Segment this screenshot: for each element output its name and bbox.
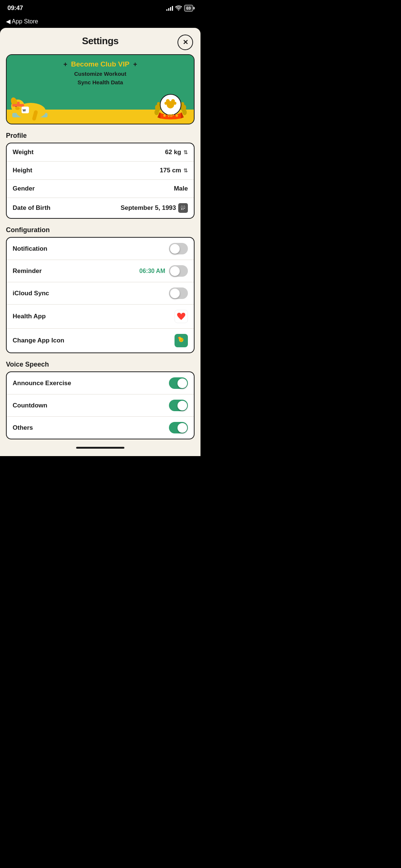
main-content: Settings ✕ + Become Club VIP + Customize… — [0, 28, 200, 456]
gender-row[interactable]: Gender Male — [7, 180, 194, 198]
reminder-toggle[interactable] — [169, 265, 188, 277]
reminder-row[interactable]: Reminder 06:30 AM — [7, 260, 194, 282]
dob-label: Date of Birth — [13, 204, 50, 212]
icloud-toggle[interactable] — [169, 287, 188, 299]
svg-rect-31 — [181, 208, 182, 209]
svg-text:W: W — [23, 108, 26, 112]
others-toggle[interactable] — [169, 422, 188, 433]
vip-sub1: Customize Workout — [13, 70, 188, 78]
reminder-time: 06:30 AM — [139, 268, 165, 274]
home-indicator — [76, 447, 124, 449]
battery-icon: 69 — [184, 5, 193, 12]
announce-exercise-row[interactable]: Announce Exercise — [7, 372, 194, 394]
gender-value: Male — [174, 185, 188, 192]
back-nav[interactable]: ◀ App Store — [0, 16, 200, 28]
weight-label: Weight — [13, 149, 33, 156]
voice-speech-section-label: Voice Speech — [0, 361, 200, 368]
countdown-toggle[interactable] — [169, 400, 188, 411]
others-row[interactable]: Others — [7, 417, 194, 439]
vip-sub2: Sync Health Data — [13, 78, 188, 87]
weight-row[interactable]: Weight 62 kg ⇅ — [7, 143, 194, 162]
svg-rect-35 — [183, 209, 183, 210]
vip-banner[interactable]: + Become Club VIP + Customize Workout Sy… — [6, 54, 195, 124]
signal-bars-icon — [166, 6, 173, 11]
svg-rect-33 — [184, 208, 185, 209]
svg-rect-32 — [183, 208, 183, 209]
vip-plus-left: + — [63, 61, 68, 68]
close-button[interactable]: ✕ — [177, 35, 193, 50]
dob-value: September 5, 1993 — [121, 203, 188, 213]
vip-title: Become Club VIP — [71, 60, 129, 68]
back-label[interactable]: ◀ App Store — [6, 18, 38, 25]
change-app-icon-row[interactable]: Change App Icon — [7, 329, 194, 352]
vip-plus-right: + — [133, 61, 137, 68]
gender-label: Gender — [13, 185, 35, 192]
status-time: 09:47 — [7, 4, 23, 12]
svg-text:★ VIP ★: ★ VIP ★ — [163, 113, 179, 118]
svg-rect-30 — [184, 205, 185, 207]
others-label: Others — [13, 424, 33, 432]
countdown-row[interactable]: Countdown — [7, 394, 194, 417]
svg-point-6 — [15, 107, 20, 110]
health-app-icon — [175, 310, 188, 323]
notification-toggle[interactable] — [169, 243, 188, 254]
countdown-label: Countdown — [13, 402, 47, 409]
change-app-icon-label: Change App Icon — [13, 337, 64, 344]
configuration-card-group: Notification Reminder 06:30 AM iCloud Sy… — [6, 237, 195, 353]
page-title: Settings — [82, 35, 119, 47]
dog-character: W — [10, 91, 59, 124]
health-app-label: Health App — [13, 313, 46, 320]
status-icons: 69 — [166, 5, 193, 12]
svg-rect-29 — [182, 205, 182, 207]
height-row[interactable]: Height 175 cm ⇅ — [7, 162, 194, 180]
app-icon-preview — [175, 334, 188, 347]
profile-section-label: Profile — [0, 132, 200, 140]
voice-speech-card-group: Announce Exercise Countdown Others — [6, 371, 195, 439]
icloud-sync-row[interactable]: iCloud Sync — [7, 282, 194, 305]
svg-rect-41 — [182, 338, 183, 340]
notification-row[interactable]: Notification — [7, 238, 194, 260]
svg-point-24 — [164, 102, 167, 105]
svg-point-25 — [173, 102, 176, 105]
settings-header: Settings ✕ — [0, 28, 200, 51]
wifi-icon — [175, 5, 182, 12]
vip-badge: ★ VIP ★ — [153, 91, 188, 122]
height-label: Height — [13, 167, 32, 174]
status-bar: 09:47 69 — [0, 0, 200, 16]
configuration-section-label: Configuration — [0, 226, 200, 234]
weight-value: 62 kg ⇅ — [165, 149, 188, 156]
height-arrows-icon: ⇅ — [183, 168, 188, 173]
health-app-row[interactable]: Health App — [7, 305, 194, 329]
dob-row[interactable]: Date of Birth September 5, 1993 — [7, 198, 194, 218]
profile-card-group: Weight 62 kg ⇅ Height 175 cm ⇅ Gender Ma… — [6, 143, 195, 219]
notification-label: Notification — [13, 245, 48, 253]
svg-rect-34 — [181, 209, 182, 210]
svg-rect-11 — [17, 102, 20, 105]
announce-exercise-label: Announce Exercise — [13, 380, 71, 387]
announce-exercise-toggle[interactable] — [169, 377, 188, 389]
calendar-icon — [178, 203, 188, 213]
svg-rect-28 — [180, 207, 186, 207]
weight-arrows-icon: ⇅ — [183, 149, 188, 155]
svg-point-39 — [180, 340, 182, 342]
reminder-label: Reminder — [13, 267, 42, 275]
icloud-label: iCloud Sync — [13, 290, 49, 297]
height-value: 175 cm ⇅ — [160, 167, 188, 174]
